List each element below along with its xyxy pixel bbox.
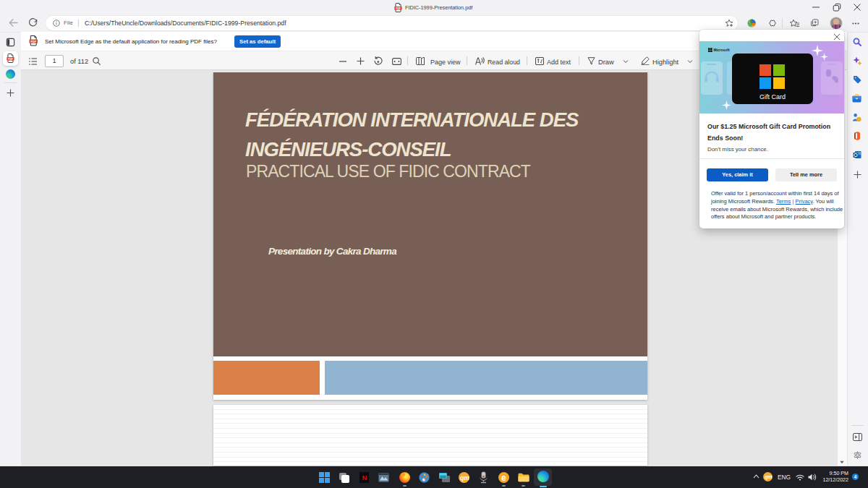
svg-text:Microsoft: Microsoft [713, 48, 730, 52]
svg-text:PDF: PDF [8, 58, 13, 61]
svg-text:PDF: PDF [31, 40, 37, 43]
svg-text:PDF: PDF [396, 7, 401, 10]
